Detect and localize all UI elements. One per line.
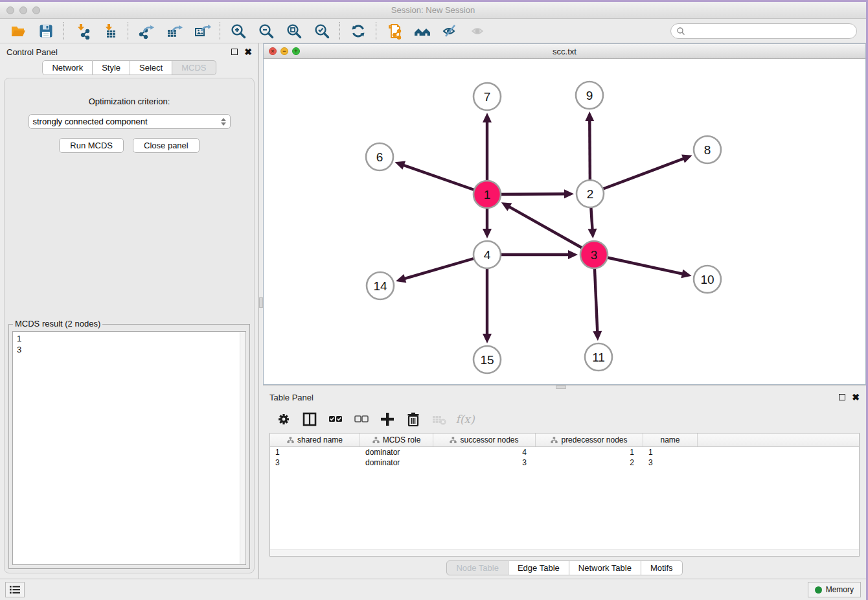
float-panel-icon[interactable] <box>839 394 845 400</box>
result-scrollbar[interactable] <box>240 332 245 564</box>
splitter-handle[interactable] <box>259 297 263 308</box>
tab-network[interactable]: Network <box>42 60 93 75</box>
graph-node-9[interactable]: 9 <box>576 82 603 109</box>
node-label: 15 <box>480 353 494 367</box>
zoom-out-button[interactable] <box>252 21 280 41</box>
close-panel-button[interactable]: Close panel <box>133 138 200 153</box>
search-input[interactable] <box>685 25 856 38</box>
node-label: 8 <box>704 143 711 157</box>
edge-3-1[interactable] <box>508 206 594 255</box>
graph-node-3[interactable]: 3 <box>580 241 608 268</box>
edge-2-8[interactable] <box>590 158 685 194</box>
zoom-fit-icon <box>286 23 303 40</box>
graph-node-1[interactable]: 1 <box>474 181 501 208</box>
table-cell: 3 <box>643 458 698 467</box>
export-table-icon <box>166 23 183 40</box>
horizontal-splitter[interactable] <box>263 385 866 389</box>
control-panel-header: Control Panel ✖ <box>0 43 258 60</box>
vertical-splitter[interactable] <box>258 43 263 579</box>
zoom-fit-button[interactable] <box>280 21 308 41</box>
split-view-button[interactable] <box>298 409 321 430</box>
first-neighbors-button[interactable] <box>408 21 436 41</box>
network-window-title: scc.txt <box>264 47 865 56</box>
import-table-icon <box>102 23 119 40</box>
show-hide-graphics-button[interactable] <box>436 21 464 41</box>
network-graph: 7968124314101511 <box>264 59 863 384</box>
graph-node-15[interactable]: 15 <box>474 346 501 373</box>
network-view-window: × − + scc.txt 7968124314101511 <box>263 43 866 385</box>
memory-status-icon <box>815 586 822 594</box>
search-box[interactable] <box>670 23 857 39</box>
table-row[interactable]: 1dominator411 <box>270 447 859 457</box>
delete-column-button[interactable] <box>402 409 425 430</box>
criterion-dropdown[interactable]: strongly connected component <box>29 114 231 129</box>
zoom-in-button[interactable] <box>224 21 252 41</box>
add-column-button[interactable] <box>376 409 399 430</box>
tab-mcds[interactable]: MCDS <box>172 60 216 75</box>
tab-edge-table[interactable]: Edge Table <box>508 560 569 575</box>
column-header-name[interactable]: name <box>643 433 698 446</box>
graph-node-8[interactable]: 8 <box>694 136 721 163</box>
edge-arrowhead <box>588 229 597 238</box>
delete-column-icon <box>405 411 422 428</box>
edge-arrowhead <box>564 189 574 198</box>
mcds-result-fieldset: MCDS result (2 nodes) 1 3 <box>8 324 250 569</box>
open-session-button[interactable] <box>4 21 32 41</box>
import-table-button[interactable] <box>96 21 124 41</box>
table-panel-title: Table Panel <box>269 393 314 402</box>
import-network-button[interactable] <box>68 21 96 41</box>
column-header-shared-name[interactable]: shared name <box>270 433 360 446</box>
graph-node-14[interactable]: 14 <box>367 272 394 299</box>
node-label: 9 <box>586 89 593 102</box>
save-session-icon <box>38 23 54 40</box>
task-history-button[interactable] <box>5 582 25 597</box>
control-panel-title: Control Panel <box>6 47 58 57</box>
close-panel-icon[interactable]: ✖ <box>244 49 252 55</box>
tab-motifs[interactable]: Motifs <box>641 560 683 575</box>
column-header-MCDS-role[interactable]: MCDS role <box>360 433 433 446</box>
tab-style[interactable]: Style <box>93 60 130 75</box>
export-image-button[interactable] <box>188 21 216 41</box>
column-header-successor-nodes[interactable]: successor nodes <box>433 433 536 446</box>
zoom-selected-button[interactable] <box>308 21 336 41</box>
split-view-icon <box>301 411 318 428</box>
network-canvas[interactable]: 7968124314101511 <box>264 59 865 384</box>
graph-node-7[interactable]: 7 <box>474 83 501 110</box>
select-all-columns-button[interactable] <box>324 409 347 430</box>
column-label: predecessor nodes <box>561 435 627 444</box>
copy-network-button[interactable] <box>380 21 408 41</box>
memory-button[interactable]: Memory <box>808 582 861 597</box>
mcds-result-text[interactable]: 1 3 <box>12 331 246 565</box>
deselect-all-columns-button[interactable] <box>350 409 373 430</box>
table-cell: 1 <box>536 448 643 457</box>
node-label: 4 <box>484 248 491 262</box>
table-horizontal-scrollbar[interactable] <box>270 549 859 556</box>
edge-arrowhead <box>593 331 602 341</box>
save-session-button[interactable] <box>32 21 60 41</box>
table-settings-button[interactable] <box>272 409 295 430</box>
show-hide-graphics-icon <box>442 23 459 40</box>
export-network-button[interactable] <box>132 21 160 41</box>
float-panel-icon[interactable] <box>231 49 238 55</box>
tab-node-table[interactable]: Node Table <box>446 560 508 575</box>
table-header-row: shared nameMCDS rolesuccessor nodesprede… <box>270 433 859 447</box>
graph-node-11[interactable]: 11 <box>585 343 612 371</box>
graph-node-4[interactable]: 4 <box>474 241 501 268</box>
graph-node-6[interactable]: 6 <box>366 143 393 170</box>
tab-select[interactable]: Select <box>130 60 172 75</box>
graph-node-10[interactable]: 10 <box>694 266 721 293</box>
refresh-layout-button[interactable] <box>344 21 372 41</box>
column-header-predecessor-nodes[interactable]: predecessor nodes <box>536 433 643 446</box>
node-table: shared nameMCDS rolesuccessor nodesprede… <box>269 433 860 557</box>
table-row[interactable]: 3dominator323 <box>270 457 859 468</box>
export-table-button[interactable] <box>160 21 188 41</box>
tab-network-table[interactable]: Network Table <box>569 560 641 575</box>
splitter-handle[interactable] <box>556 386 566 389</box>
column-label: shared name <box>297 435 343 444</box>
run-mcds-button[interactable]: Run MCDS <box>59 138 124 153</box>
close-panel-icon[interactable]: ✖ <box>852 394 860 400</box>
graph-node-2[interactable]: 2 <box>577 180 604 207</box>
edge-arrowhead <box>483 113 492 122</box>
toolbar-separator <box>128 22 128 40</box>
control-panel: Control Panel ✖ Network Style Select MCD… <box>0 43 258 579</box>
